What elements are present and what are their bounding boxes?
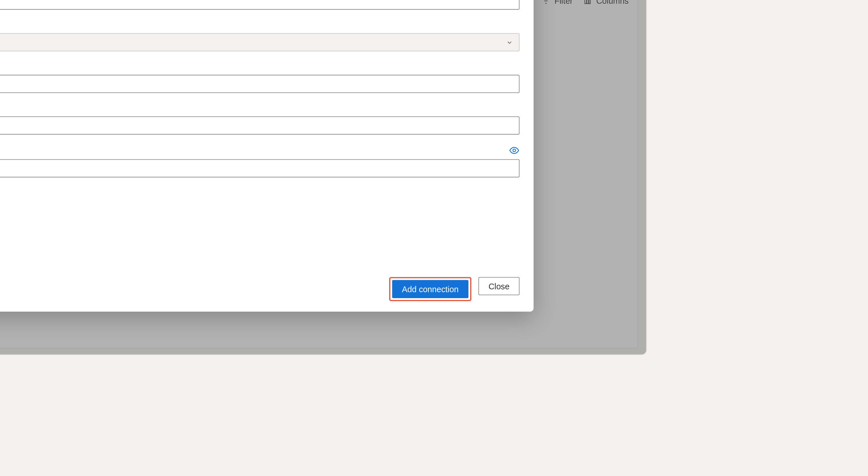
eye-icon[interactable]	[509, 145, 520, 156]
callout-highlight: Add connection	[389, 277, 471, 301]
svg-point-31	[513, 149, 516, 152]
chevron-down-icon	[506, 39, 513, 46]
modal-footer: Add connection Close	[0, 272, 520, 301]
add-connection-button[interactable]: Add connection	[392, 280, 468, 298]
field-password: Password *	[0, 104, 520, 134]
field-endpoint: Endpoint *	[0, 0, 520, 10]
close-button[interactable]: Close	[478, 277, 520, 295]
connection-name-input[interactable]	[0, 159, 520, 177]
username-input[interactable]	[0, 75, 520, 93]
field-username: User name *	[0, 62, 520, 93]
modal-connect-registry: Connect a container registry Back to sel…	[0, 0, 534, 312]
field-authentication: Authentication * Username password	[0, 20, 520, 51]
authentication-select[interactable]: Username password	[0, 33, 520, 51]
field-connection-name: Connection name * i	[0, 145, 520, 177]
password-input[interactable]	[0, 116, 520, 134]
endpoint-input[interactable]	[0, 0, 520, 10]
